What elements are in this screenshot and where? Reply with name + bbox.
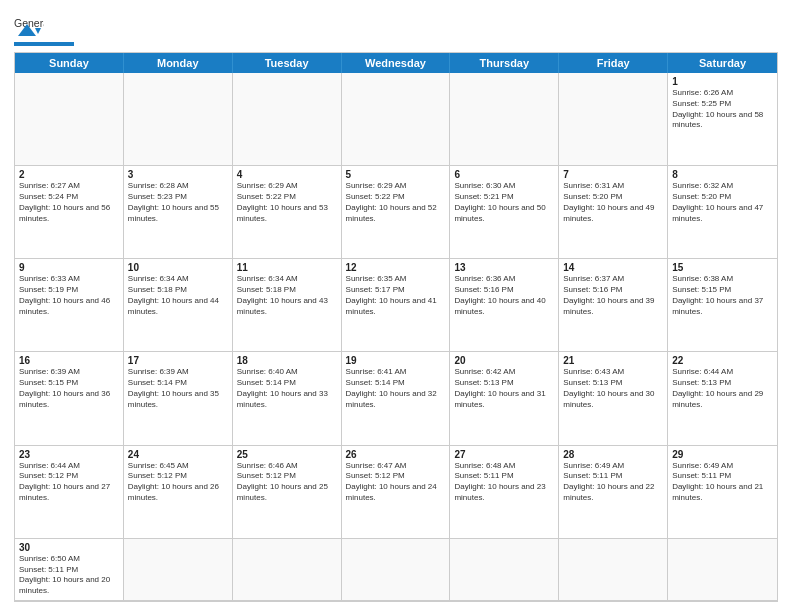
cell-day-number: 27 bbox=[454, 449, 554, 460]
calendar-cell: 18Sunrise: 6:40 AM Sunset: 5:14 PM Dayli… bbox=[233, 352, 342, 445]
cell-day-number: 18 bbox=[237, 355, 337, 366]
cell-info: Sunrise: 6:43 AM Sunset: 5:13 PM Dayligh… bbox=[563, 367, 663, 410]
cell-day-number: 13 bbox=[454, 262, 554, 273]
cell-info: Sunrise: 6:34 AM Sunset: 5:18 PM Dayligh… bbox=[128, 274, 228, 317]
cell-info: Sunrise: 6:34 AM Sunset: 5:18 PM Dayligh… bbox=[237, 274, 337, 317]
day-header-wednesday: Wednesday bbox=[342, 53, 451, 73]
cell-info: Sunrise: 6:27 AM Sunset: 5:24 PM Dayligh… bbox=[19, 181, 119, 224]
cell-info: Sunrise: 6:33 AM Sunset: 5:19 PM Dayligh… bbox=[19, 274, 119, 317]
calendar-grid: 1Sunrise: 6:26 AM Sunset: 5:25 PM Daylig… bbox=[15, 73, 777, 601]
calendar-cell: 27Sunrise: 6:48 AM Sunset: 5:11 PM Dayli… bbox=[450, 446, 559, 539]
calendar-cell: 5Sunrise: 6:29 AM Sunset: 5:22 PM Daylig… bbox=[342, 166, 451, 259]
calendar-cell: 10Sunrise: 6:34 AM Sunset: 5:18 PM Dayli… bbox=[124, 259, 233, 352]
calendar-cell bbox=[342, 73, 451, 166]
cell-info: Sunrise: 6:41 AM Sunset: 5:14 PM Dayligh… bbox=[346, 367, 446, 410]
cell-day-number: 20 bbox=[454, 355, 554, 366]
calendar-cell: 24Sunrise: 6:45 AM Sunset: 5:12 PM Dayli… bbox=[124, 446, 233, 539]
cell-info: Sunrise: 6:35 AM Sunset: 5:17 PM Dayligh… bbox=[346, 274, 446, 317]
cell-info: Sunrise: 6:30 AM Sunset: 5:21 PM Dayligh… bbox=[454, 181, 554, 224]
cell-info: Sunrise: 6:38 AM Sunset: 5:15 PM Dayligh… bbox=[672, 274, 773, 317]
cell-info: Sunrise: 6:31 AM Sunset: 5:20 PM Dayligh… bbox=[563, 181, 663, 224]
calendar-cell bbox=[559, 539, 668, 601]
day-header-sunday: Sunday bbox=[15, 53, 124, 73]
calendar-cell bbox=[124, 539, 233, 601]
calendar-cell: 30Sunrise: 6:50 AM Sunset: 5:11 PM Dayli… bbox=[15, 539, 124, 601]
day-header-friday: Friday bbox=[559, 53, 668, 73]
cell-info: Sunrise: 6:36 AM Sunset: 5:16 PM Dayligh… bbox=[454, 274, 554, 317]
cell-info: Sunrise: 6:39 AM Sunset: 5:15 PM Dayligh… bbox=[19, 367, 119, 410]
cell-day-number: 23 bbox=[19, 449, 119, 460]
cell-info: Sunrise: 6:50 AM Sunset: 5:11 PM Dayligh… bbox=[19, 554, 119, 597]
cell-day-number: 26 bbox=[346, 449, 446, 460]
calendar-cell bbox=[559, 73, 668, 166]
cell-day-number: 3 bbox=[128, 169, 228, 180]
cell-info: Sunrise: 6:47 AM Sunset: 5:12 PM Dayligh… bbox=[346, 461, 446, 504]
calendar-cell: 13Sunrise: 6:36 AM Sunset: 5:16 PM Dayli… bbox=[450, 259, 559, 352]
calendar-cell: 25Sunrise: 6:46 AM Sunset: 5:12 PM Dayli… bbox=[233, 446, 342, 539]
calendar-cell: 8Sunrise: 6:32 AM Sunset: 5:20 PM Daylig… bbox=[668, 166, 777, 259]
cell-day-number: 2 bbox=[19, 169, 119, 180]
cell-day-number: 7 bbox=[563, 169, 663, 180]
calendar-cell: 29Sunrise: 6:49 AM Sunset: 5:11 PM Dayli… bbox=[668, 446, 777, 539]
calendar-cell: 22Sunrise: 6:44 AM Sunset: 5:13 PM Dayli… bbox=[668, 352, 777, 445]
cell-info: Sunrise: 6:49 AM Sunset: 5:11 PM Dayligh… bbox=[672, 461, 773, 504]
cell-day-number: 1 bbox=[672, 76, 773, 87]
day-header-saturday: Saturday bbox=[668, 53, 777, 73]
day-header-thursday: Thursday bbox=[450, 53, 559, 73]
cell-day-number: 28 bbox=[563, 449, 663, 460]
cell-info: Sunrise: 6:29 AM Sunset: 5:22 PM Dayligh… bbox=[346, 181, 446, 224]
calendar-cell: 4Sunrise: 6:29 AM Sunset: 5:22 PM Daylig… bbox=[233, 166, 342, 259]
calendar-cell: 28Sunrise: 6:49 AM Sunset: 5:11 PM Dayli… bbox=[559, 446, 668, 539]
cell-day-number: 19 bbox=[346, 355, 446, 366]
cell-info: Sunrise: 6:29 AM Sunset: 5:22 PM Dayligh… bbox=[237, 181, 337, 224]
calendar-cell: 17Sunrise: 6:39 AM Sunset: 5:14 PM Dayli… bbox=[124, 352, 233, 445]
cell-info: Sunrise: 6:48 AM Sunset: 5:11 PM Dayligh… bbox=[454, 461, 554, 504]
calendar-cell: 12Sunrise: 6:35 AM Sunset: 5:17 PM Dayli… bbox=[342, 259, 451, 352]
cell-day-number: 21 bbox=[563, 355, 663, 366]
calendar-cell: 1Sunrise: 6:26 AM Sunset: 5:25 PM Daylig… bbox=[668, 73, 777, 166]
cell-day-number: 10 bbox=[128, 262, 228, 273]
calendar-cell bbox=[450, 73, 559, 166]
calendar: SundayMondayTuesdayWednesdayThursdayFrid… bbox=[14, 52, 778, 602]
cell-info: Sunrise: 6:44 AM Sunset: 5:13 PM Dayligh… bbox=[672, 367, 773, 410]
cell-day-number: 11 bbox=[237, 262, 337, 273]
calendar-page: General SundayMondayTuesdayWednesdayThur… bbox=[0, 0, 792, 612]
day-header-tuesday: Tuesday bbox=[233, 53, 342, 73]
calendar-cell: 7Sunrise: 6:31 AM Sunset: 5:20 PM Daylig… bbox=[559, 166, 668, 259]
cell-day-number: 29 bbox=[672, 449, 773, 460]
calendar-cell bbox=[124, 73, 233, 166]
svg-marker-2 bbox=[18, 24, 36, 36]
day-header-monday: Monday bbox=[124, 53, 233, 73]
calendar-cell: 20Sunrise: 6:42 AM Sunset: 5:13 PM Dayli… bbox=[450, 352, 559, 445]
calendar-cell: 9Sunrise: 6:33 AM Sunset: 5:19 PM Daylig… bbox=[15, 259, 124, 352]
calendar-cell: 21Sunrise: 6:43 AM Sunset: 5:13 PM Dayli… bbox=[559, 352, 668, 445]
logo: General bbox=[14, 10, 74, 46]
calendar-cell: 3Sunrise: 6:28 AM Sunset: 5:23 PM Daylig… bbox=[124, 166, 233, 259]
cell-day-number: 4 bbox=[237, 169, 337, 180]
cell-day-number: 15 bbox=[672, 262, 773, 273]
cell-info: Sunrise: 6:32 AM Sunset: 5:20 PM Dayligh… bbox=[672, 181, 773, 224]
calendar-cell bbox=[342, 539, 451, 601]
cell-info: Sunrise: 6:44 AM Sunset: 5:12 PM Dayligh… bbox=[19, 461, 119, 504]
cell-day-number: 17 bbox=[128, 355, 228, 366]
cell-info: Sunrise: 6:40 AM Sunset: 5:14 PM Dayligh… bbox=[237, 367, 337, 410]
day-headers: SundayMondayTuesdayWednesdayThursdayFrid… bbox=[15, 53, 777, 73]
calendar-cell: 23Sunrise: 6:44 AM Sunset: 5:12 PM Dayli… bbox=[15, 446, 124, 539]
calendar-cell: 19Sunrise: 6:41 AM Sunset: 5:14 PM Dayli… bbox=[342, 352, 451, 445]
calendar-cell: 16Sunrise: 6:39 AM Sunset: 5:15 PM Dayli… bbox=[15, 352, 124, 445]
cell-day-number: 30 bbox=[19, 542, 119, 553]
cell-info: Sunrise: 6:39 AM Sunset: 5:14 PM Dayligh… bbox=[128, 367, 228, 410]
calendar-cell bbox=[668, 539, 777, 601]
cell-info: Sunrise: 6:37 AM Sunset: 5:16 PM Dayligh… bbox=[563, 274, 663, 317]
cell-day-number: 24 bbox=[128, 449, 228, 460]
calendar-cell bbox=[233, 539, 342, 601]
logo-triangle-icon bbox=[16, 20, 38, 40]
cell-day-number: 22 bbox=[672, 355, 773, 366]
calendar-cell bbox=[450, 539, 559, 601]
cell-day-number: 12 bbox=[346, 262, 446, 273]
cell-info: Sunrise: 6:26 AM Sunset: 5:25 PM Dayligh… bbox=[672, 88, 773, 131]
cell-info: Sunrise: 6:45 AM Sunset: 5:12 PM Dayligh… bbox=[128, 461, 228, 504]
cell-day-number: 25 bbox=[237, 449, 337, 460]
header: General bbox=[14, 10, 778, 46]
logo-underline bbox=[14, 42, 74, 46]
